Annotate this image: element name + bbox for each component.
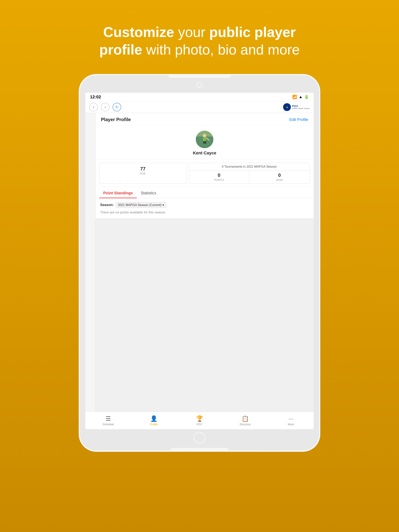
refresh-button[interactable]: ↻ — [113, 103, 121, 111]
gray-fill-area — [96, 218, 314, 412]
hero-bold1: Customize — [103, 24, 174, 40]
points-label: POINTS — [191, 178, 247, 182]
hero-bold3: profile — [99, 42, 142, 57]
standings-content: Season: 2021 MAPGA Season (Current) ▾ Th… — [96, 198, 314, 218]
forward-button[interactable]: › — [101, 103, 109, 111]
season-selector: Season: 2021 MAPGA Season (Current) ▾ — [100, 202, 309, 208]
content-panel: Player Profile Edit Profile — [96, 113, 314, 412]
nav-item-schedule[interactable]: ☰ Schedule — [85, 415, 131, 426]
player-name: Kent Cayce — [193, 151, 216, 156]
svg-rect-3 — [203, 137, 206, 141]
tabs-bar: Point Standings Statistics — [96, 189, 314, 198]
browser-bar: ‹ › ↻ ⛳ PGA Middle Atlantic Section — [85, 101, 314, 113]
battery-icon: 🔋 — [304, 95, 309, 99]
points-value: 0 — [191, 172, 247, 178]
hero-bold2: public player — [209, 24, 296, 40]
profile-header: Player Profile Edit Profile — [96, 113, 314, 125]
svg-rect-6 — [205, 141, 206, 144]
nav-item-more[interactable]: ··· More — [268, 415, 314, 426]
directory-label: Directory — [240, 423, 251, 426]
no-points-text: There are no points available for this s… — [100, 210, 309, 214]
status-indicators: 📶 ▲ 🔋 — [292, 95, 309, 99]
tablet-top-bar — [168, 75, 231, 78]
svg-point-2 — [203, 134, 206, 137]
tablet-camera — [197, 82, 202, 88]
wifi-icon: 📶 — [292, 95, 297, 99]
nav-item-profile[interactable]: 👤 Profile — [131, 415, 176, 426]
tab-statistics[interactable]: Statistics — [137, 189, 160, 198]
refresh-icon: ↻ — [115, 105, 119, 109]
season-select[interactable]: 2021 MAPGA Season (Current) ▾ — [116, 202, 166, 208]
hero-section: Customize your public player profile wit… — [80, 23, 319, 58]
more-label: More — [288, 423, 294, 426]
hero-normal1: your — [174, 24, 209, 40]
tournament-header: 0 Tournaments in 2021 MAPGA Season — [189, 163, 309, 171]
poy-label: POY — [197, 423, 202, 426]
profile-title: Player Profile — [101, 117, 131, 122]
directory-icon: 📋 — [242, 415, 249, 422]
player-avatar — [196, 131, 213, 148]
tournament-stats: 0 POINTS 0 WON — [189, 171, 309, 184]
player-avatar-svg — [196, 131, 213, 148]
won-label: WON — [251, 178, 308, 182]
season-label: Season: — [100, 203, 114, 207]
forward-icon: › — [105, 105, 106, 109]
tablet-screen: 12:02 📶 ▲ 🔋 ‹ › ↻ ⛳ — [85, 93, 314, 429]
profile-label: Profile — [150, 423, 158, 426]
sidebar — [85, 113, 96, 412]
nav-item-poy[interactable]: 🏆 POY — [177, 415, 222, 426]
pga-circle: ⛳ — [283, 103, 291, 111]
edit-profile-link[interactable]: Edit Profile — [289, 117, 308, 122]
nav-item-directory[interactable]: 📋 Directory — [222, 415, 268, 426]
status-time: 12:02 — [90, 95, 101, 100]
schedule-icon: ☰ — [106, 415, 111, 422]
tab-point-standings[interactable]: Point Standings — [99, 189, 137, 198]
schedule-label: Schedule — [103, 423, 114, 426]
won-stat: 0 WON — [249, 171, 309, 184]
back-button[interactable]: ‹ — [89, 103, 98, 111]
bottom-nav: ☰ Schedule 👤 Profile 🏆 POY 📋 Directory ·… — [85, 412, 314, 429]
profile-icon: 👤 — [150, 415, 157, 422]
status-bar: 12:02 📶 ▲ 🔋 — [85, 93, 314, 101]
points-stat: 0 POINTS — [189, 171, 249, 184]
hero-normal2: with photo, bio and more — [142, 42, 300, 57]
pga-icon-text: ⛳ — [286, 106, 288, 108]
main-content: Player Profile Edit Profile — [85, 113, 314, 412]
pga-label: PGA — [292, 105, 310, 108]
stats-row: 77 AGE 0 Tournaments in 2021 MAPGA Seaso… — [96, 160, 314, 187]
pga-logo: ⛳ PGA Middle Atlantic Section — [283, 103, 310, 111]
back-icon: ‹ — [93, 105, 94, 109]
pga-sub-label: Middle Atlantic Section — [292, 108, 310, 109]
signal-icon: ▲ — [299, 95, 302, 99]
tablet-home-button[interactable] — [194, 432, 205, 443]
svg-rect-5 — [203, 141, 205, 144]
poy-icon: 🏆 — [196, 415, 203, 422]
age-stat-box: 77 AGE — [99, 163, 187, 184]
tablet-bottom-pill — [170, 448, 229, 451]
won-value: 0 — [251, 172, 308, 178]
age-value: 77 — [103, 166, 183, 171]
tournament-stat-box: 0 Tournaments in 2021 MAPGA Season 0 POI… — [189, 163, 310, 184]
age-label: AGE — [103, 172, 183, 175]
player-section: Kent Cayce — [96, 125, 314, 160]
more-icon: ··· — [288, 415, 293, 422]
tablet-frame: 12:02 📶 ▲ 🔋 ‹ › ↻ ⛳ — [79, 74, 320, 452]
